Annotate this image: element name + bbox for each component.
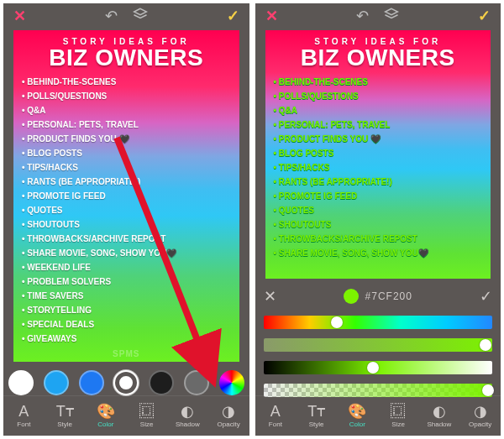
bullet-item: RANTS (BE APPROPRIATE!) <box>274 175 483 189</box>
design-canvas[interactable]: STORY IDEAS FOR BIZ OWNERS BEHIND-THE-SC… <box>13 30 239 362</box>
tab-label: Style <box>309 421 324 428</box>
tab-label: Font <box>17 421 30 428</box>
canvas-title: BIZ OWNERS <box>22 46 231 70</box>
bullet-item: THROWBACKS/ARCHIVE REPOST <box>274 232 483 246</box>
bullet-item: PROMOTE IG FEED <box>274 189 483 203</box>
bullet-item: PROBLEM SOLVERS <box>22 274 231 289</box>
layers-icon[interactable] <box>384 7 399 25</box>
bullet-item: SHOUTOUTS <box>22 217 231 232</box>
tab-color[interactable]: 🎨Color <box>337 396 378 436</box>
bullet-item: QUOTES <box>274 203 483 217</box>
bullet-item: BEHIND-THE-SCENES <box>274 75 483 89</box>
close-picker-icon[interactable]: ✕ <box>264 287 276 306</box>
layers-icon[interactable] <box>133 7 148 25</box>
tab-size[interactable]: ⿴Size <box>378 396 419 436</box>
bullet-item: BLOG POSTS <box>22 146 231 160</box>
tab-label: Size <box>140 421 154 428</box>
bullet-item: POLLS/QUESTIONS <box>274 89 483 103</box>
size-icon: ⿴ <box>391 404 406 419</box>
canvas-title: BIZ OWNERS <box>274 46 483 70</box>
color-icon: 🎨 <box>348 404 366 419</box>
tab-shadow[interactable]: ◐Shadow <box>167 396 208 436</box>
watermark: SPMS <box>113 349 139 358</box>
bullet-item: TIPS/HACKS <box>274 160 483 175</box>
color-swatch[interactable] <box>79 370 104 395</box>
color-swatch[interactable] <box>8 370 34 395</box>
tab-font[interactable]: AFont <box>255 396 297 436</box>
tab-opacity[interactable]: ◑Opacity <box>459 396 501 436</box>
svg-marker-0 <box>134 8 146 15</box>
tab-label: Font <box>269 421 282 428</box>
confirm-picker-icon[interactable]: ✓ <box>480 287 492 306</box>
tab-style[interactable]: TᴛStyle <box>296 396 337 436</box>
font-icon: A <box>18 404 29 419</box>
color-swatch[interactable] <box>113 370 139 395</box>
top-bar: ✕ ↶ ✓ <box>3 3 249 29</box>
tab-label: Color <box>349 421 365 428</box>
color-swatch[interactable] <box>149 370 174 395</box>
color-picker-panel: ✕ #7CF200 ✓ <box>255 279 501 397</box>
bullet-item: QUOTES <box>22 203 231 217</box>
color-swatch[interactable] <box>44 370 69 395</box>
bullet-item: WEEKEND LIFE <box>22 260 231 274</box>
svg-marker-1 <box>386 8 398 15</box>
tab-label: Style <box>57 421 72 428</box>
tab-label: Opacity <box>469 421 491 428</box>
tab-size[interactable]: ⿴Size <box>126 396 167 436</box>
bullet-item: GIVEAWAYS <box>22 332 231 346</box>
tab-font[interactable]: AFont <box>3 396 45 436</box>
bullet-item: BEHIND-THE-SCENES <box>22 75 231 89</box>
bullet-item: RANTS (BE APPROPRIATE!) <box>22 175 231 189</box>
bullet-item: BLOG POSTS <box>274 146 483 160</box>
tab-label: Shadow <box>427 421 451 428</box>
bullet-item: Q&A <box>22 103 231 118</box>
saturation-slider[interactable] <box>264 338 493 352</box>
bottom-tab-bar: AFontTᴛStyle🎨Color⿴Size◐Shadow◑Opacity <box>3 395 249 436</box>
tab-label: Shadow <box>176 421 200 428</box>
bullet-item: POLLS/QUESTIONS <box>22 89 231 103</box>
shadow-icon: ◐ <box>181 404 194 419</box>
bullet-item: PROMOTE IG FEED <box>22 189 231 203</box>
close-icon[interactable]: ✕ <box>13 7 26 25</box>
design-canvas[interactable]: STORY IDEAS FOR BIZ OWNERS BEHIND-THE-SC… <box>265 30 491 279</box>
tab-label: Opacity <box>218 421 240 428</box>
bullet-item: PERSONAL: PETS, TRAVEL <box>274 118 483 132</box>
top-bar: ✕ ↶ ✓ <box>255 3 501 29</box>
hex-value: #7CF200 <box>365 290 412 302</box>
tab-style[interactable]: TᴛStyle <box>45 396 86 436</box>
color-wheel-button[interactable] <box>219 370 244 395</box>
editor-screen-left: ✕ ↶ ✓ STORY IDEAS FOR BIZ OWNERS BEHIND-… <box>3 3 249 436</box>
hue-slider[interactable] <box>264 316 493 329</box>
lightness-slider[interactable] <box>264 361 493 374</box>
bullet-item: PRODUCT FINDS YOU 🖤 <box>274 132 483 146</box>
confirm-icon[interactable]: ✓ <box>227 7 239 25</box>
undo-icon[interactable]: ↶ <box>356 7 369 25</box>
bullet-item: PERSONAL: PETS, TRAVEL <box>22 118 231 132</box>
style-icon: Tᴛ <box>56 404 74 419</box>
bullet-item: THROWBACKS/ARCHIVE REPOST <box>22 232 231 246</box>
color-swatch[interactable] <box>184 370 209 395</box>
confirm-icon[interactable]: ✓ <box>478 7 491 25</box>
style-icon: Tᴛ <box>307 404 325 419</box>
color-icon: 🎨 <box>97 404 115 419</box>
bullet-item: SHOUTOUTS <box>274 217 483 232</box>
font-icon: A <box>270 404 281 419</box>
undo-icon[interactable]: ↶ <box>105 7 118 25</box>
tab-shadow[interactable]: ◐Shadow <box>419 396 460 436</box>
bullet-item: PRODUCT FINDS YOU 🖤 <box>22 132 231 146</box>
tab-opacity[interactable]: ◑Opacity <box>208 396 249 436</box>
bullet-item: TIPS/HACKS <box>22 160 231 175</box>
bullet-item: SPECIAL DEALS <box>22 317 231 332</box>
bullet-list: BEHIND-THE-SCENESPOLLS/QUESTIONSQ&APERSO… <box>22 75 231 346</box>
bullet-item: SHARE MOVIE, SONG, SHOW YOU🖤 <box>274 246 483 260</box>
size-icon: ⿴ <box>139 404 155 419</box>
bullet-item: STORYTELLING <box>22 303 231 317</box>
shadow-icon: ◐ <box>433 404 446 419</box>
bullet-item: TIME SAVERS <box>22 289 231 303</box>
tab-color[interactable]: 🎨Color <box>86 396 127 436</box>
tab-label: Color <box>97 421 113 428</box>
close-icon[interactable]: ✕ <box>265 7 278 25</box>
bullet-list: BEHIND-THE-SCENESPOLLS/QUESTIONSQ&APERSO… <box>274 75 483 260</box>
opacity-icon: ◑ <box>222 404 235 419</box>
bullet-item: SHARE MOVIE, SONG, SHOW YOU🖤 <box>22 246 231 260</box>
